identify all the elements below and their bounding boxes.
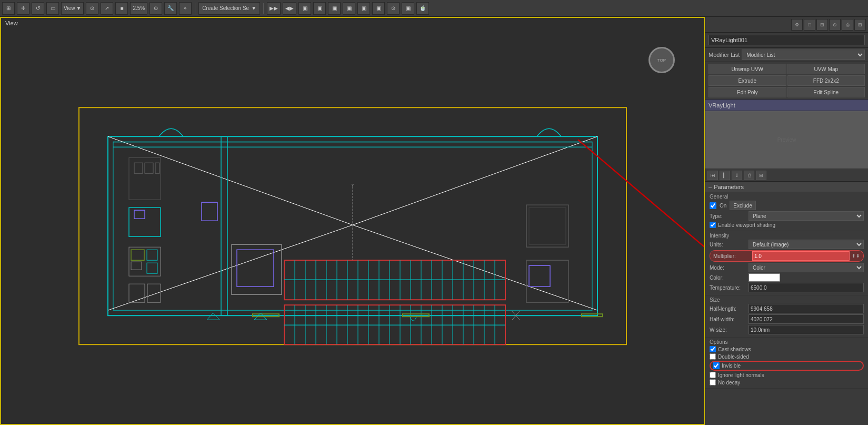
ignore-light-normals-checkbox[interactable] xyxy=(710,372,716,378)
view-dropdown[interactable]: View ▼ xyxy=(61,2,84,15)
svg-text:Y: Y xyxy=(351,183,354,187)
options-label: Options xyxy=(710,339,864,345)
floor-plan-svg: Y xyxy=(76,105,629,347)
toolbar-btn-16[interactable]: ▣ xyxy=(328,2,341,15)
panel-icon-6[interactable]: ⊞ xyxy=(854,19,866,31)
half-length-input[interactable] xyxy=(749,304,864,313)
toolbar-btn-6[interactable]: ↗ xyxy=(101,2,113,15)
modifier-list-dropdown[interactable]: Modifier List xyxy=(742,50,865,60)
unwrap-uvw-btn[interactable]: Unwrap UVW xyxy=(709,64,786,74)
toolbar-btn-15[interactable]: ▣ xyxy=(313,2,326,15)
svg-rect-13 xyxy=(134,210,145,219)
intensity-label: Intensity xyxy=(710,233,864,239)
double-sided-checkbox[interactable] xyxy=(710,353,716,360)
main-area: TOP xyxy=(0,17,868,425)
invisible-row: Invisible xyxy=(710,361,864,371)
viewport[interactable]: TOP xyxy=(0,17,705,425)
panel-icon-1[interactable]: ⚙ xyxy=(791,19,803,31)
toolbar-btn-17[interactable]: ▣ xyxy=(343,2,355,15)
panel-icon-2[interactable]: □ xyxy=(804,19,815,31)
multiplier-spinner[interactable]: ⬆⬇ xyxy=(852,253,860,259)
toolbar-btn-7[interactable]: ■ xyxy=(115,2,128,15)
uvw-map-btn[interactable]: UVW Map xyxy=(787,64,865,74)
panel-icon-4[interactable]: ⊙ xyxy=(829,19,841,31)
toolbar-btn-20[interactable]: ⊙ xyxy=(387,2,400,15)
svg-rect-70 xyxy=(526,260,568,302)
preview-area: Preview xyxy=(705,111,868,169)
chevron-down-icon: ▼ xyxy=(76,5,82,11)
preview-btn-2[interactable]: ▎ xyxy=(720,171,730,180)
multiplier-input[interactable] xyxy=(752,251,850,261)
toolbar-btn-22[interactable]: 🍵 xyxy=(416,2,429,15)
type-label: Type: xyxy=(710,213,746,219)
vraylight-header: VRayLight xyxy=(705,100,868,111)
toolbar-move[interactable]: ✛ xyxy=(17,2,29,15)
mode-dropdown[interactable]: Color xyxy=(749,263,864,272)
toolbar-btn-13[interactable]: ◀▶ xyxy=(283,2,296,15)
create-selection-button[interactable]: Create Selection Se ▼ xyxy=(198,2,260,15)
mode-label: Mode: xyxy=(710,265,746,271)
toolbar-undo[interactable]: ↺ xyxy=(32,2,44,15)
w-size-label: W size: xyxy=(710,327,746,333)
double-sided-label: Double-sided xyxy=(718,354,749,360)
on-checkbox[interactable] xyxy=(710,202,716,209)
ffd-btn[interactable]: FFD 2x2x2 xyxy=(787,75,865,86)
toolbar-btn-5[interactable]: ⊙ xyxy=(86,2,98,15)
preview-btn-1[interactable]: ⏮ xyxy=(707,171,718,180)
preview-btn-4[interactable]: ⎙ xyxy=(744,171,754,180)
toolbar-btn-10[interactable]: 🔧 xyxy=(164,2,177,15)
panel-icon-5[interactable]: ⎙ xyxy=(842,19,853,31)
toolbar-btn-11[interactable]: ⌖ xyxy=(179,2,192,15)
extrude-btn[interactable]: Extrude xyxy=(709,75,786,86)
units-label: Units: xyxy=(710,242,746,248)
cast-shadows-checkbox[interactable] xyxy=(710,346,716,352)
svg-rect-20 xyxy=(147,284,161,302)
edit-poly-btn[interactable]: Edit Poly xyxy=(709,87,786,97)
enable-viewport-label: Enable viewport shading xyxy=(718,222,775,228)
svg-rect-78 xyxy=(237,250,274,286)
temperature-input[interactable] xyxy=(749,283,864,292)
general-label: General xyxy=(710,194,864,200)
orientation-gizmo: TOP xyxy=(648,47,675,73)
preview-toolbar: ⏮ ▎ ⇓ ⎙ ⊞ xyxy=(705,169,868,182)
panel-icon-3[interactable]: ⊞ xyxy=(816,19,828,31)
invisible-checkbox[interactable] xyxy=(713,362,720,369)
enable-viewport-checkbox[interactable] xyxy=(710,222,716,228)
object-name-row xyxy=(705,33,868,48)
temperature-row: Temperature: xyxy=(710,283,864,292)
half-width-label: Half-width: xyxy=(710,317,746,322)
preview-btn-3[interactable]: ⇓ xyxy=(732,171,742,180)
exclude-button[interactable]: Exclude xyxy=(730,201,756,210)
parameters-header[interactable]: – Parameters xyxy=(705,182,868,192)
preview-btn-5[interactable]: ⊞ xyxy=(756,171,766,180)
toolbar-btn-19[interactable]: ▣ xyxy=(372,2,385,15)
toolbar-btn-18[interactable]: ▣ xyxy=(357,2,370,15)
units-dropdown[interactable]: Default (image) xyxy=(749,240,864,249)
svg-rect-71 xyxy=(529,265,550,286)
edit-spline-btn[interactable]: Edit Spline xyxy=(787,87,865,97)
toolbar-btn-9[interactable]: ⊙ xyxy=(149,2,162,15)
collapse-icon: – xyxy=(709,184,712,190)
no-decay-checkbox[interactable] xyxy=(710,379,716,386)
type-dropdown[interactable]: Plane xyxy=(749,211,864,221)
w-size-input[interactable] xyxy=(749,325,864,334)
svg-rect-21 xyxy=(221,136,227,315)
options-section: Options Cast shadows Double-sided Invisi… xyxy=(705,338,868,389)
object-name-input[interactable] xyxy=(709,35,865,45)
units-row: Units: Default (image) xyxy=(710,240,864,249)
general-section: General On Exclude Type: Plane Enable vi… xyxy=(705,192,868,231)
half-width-input[interactable] xyxy=(749,314,864,324)
svg-rect-68 xyxy=(526,205,568,247)
toolbar-btn-21[interactable]: ▣ xyxy=(402,2,414,15)
toolbar-zoom[interactable]: 2.5 % xyxy=(130,2,147,15)
w-size-row: W size: xyxy=(710,325,864,334)
color-swatch[interactable] xyxy=(749,273,780,282)
svg-line-4 xyxy=(353,136,597,225)
cast-shadows-label: Cast shadows xyxy=(718,347,751,352)
toolbar-play[interactable]: ▶▶ xyxy=(267,2,281,15)
panel-icons-row: ⚙ □ ⊞ ⊙ ⎙ ⊞ xyxy=(705,17,868,33)
toolbar-select[interactable]: ▭ xyxy=(46,2,59,15)
toolbar-icon-1[interactable]: ⊞ xyxy=(2,2,15,15)
toolbar-btn-14[interactable]: ▣ xyxy=(298,2,311,15)
viewport-label: View xyxy=(5,20,18,26)
